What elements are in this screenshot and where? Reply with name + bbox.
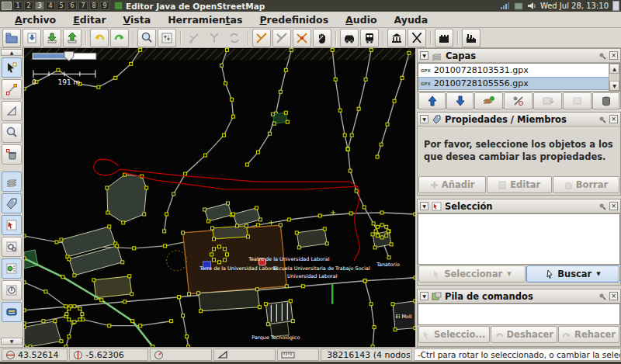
collapse-icon[interactable]: ▼ <box>420 115 428 123</box>
upload-data-icon[interactable] <box>63 29 82 47</box>
restaurant-icon[interactable] <box>408 29 426 47</box>
scroll-down-icon[interactable]: ▼ <box>609 81 619 91</box>
download-data-icon[interactable] <box>43 29 61 47</box>
tool-delete[interactable] <box>2 144 22 165</box>
menu-ayuda[interactable]: Ayuda <box>386 12 437 27</box>
toggle-command-stack[interactable] <box>2 302 22 322</box>
select-button[interactable]: Seleccionar▼ <box>418 265 526 283</box>
junction-orange-icon[interactable] <box>252 29 271 47</box>
network-signal-icon[interactable] <box>500 2 510 10</box>
close-icon[interactable]: × <box>609 202 618 210</box>
workspace-1[interactable]: 1 <box>13 2 23 10</box>
menu-audio[interactable]: Audio <box>337 12 385 27</box>
toggle-properties[interactable] <box>2 237 22 257</box>
delete-layer-button[interactable] <box>592 92 619 109</box>
command-select-button[interactable]: Seleccio... <box>418 326 490 343</box>
selection-list[interactable] <box>418 213 620 265</box>
delete-tag-button[interactable]: Borrar <box>553 176 619 193</box>
statusbar: 43.52614 -5.62306 38216143 (4 nodos) -Ct… <box>0 347 621 362</box>
layer-move-down-button[interactable] <box>446 92 474 109</box>
open-folder-icon[interactable] <box>2 29 21 47</box>
tools-scroll-down[interactable]: ▼ <box>1 338 23 345</box>
tool-draw-node[interactable] <box>2 79 22 99</box>
collapse-icon[interactable]: ▼ <box>420 51 428 60</box>
layer-move-up-button[interactable] <box>418 92 446 109</box>
desktop-panel: 1 2 3 4 5 6 7 8 9 Editor Java de OpenStr… <box>0 0 621 12</box>
add-tag-button[interactable]: Añadir <box>418 176 486 193</box>
toggle-turn-restriction[interactable] <box>2 280 22 300</box>
pin-icon[interactable] <box>598 203 606 210</box>
tool-zoom[interactable] <box>2 123 22 143</box>
junction-gray-icon[interactable] <box>272 29 291 47</box>
toggle-layer-list[interactable] <box>2 172 22 192</box>
workspace-4[interactable]: 4 <box>46 2 55 10</box>
pin-icon[interactable] <box>598 293 606 300</box>
collapse-icon[interactable]: ▼ <box>420 202 428 210</box>
zoom-to-selection-icon[interactable] <box>137 29 156 47</box>
menu-herramientas[interactable]: Herramientas <box>159 12 251 27</box>
junction-warning-icon[interactable] <box>293 29 311 47</box>
cursor-icon <box>545 269 554 279</box>
map-canvas[interactable]: Teatro de la Universidad Laboral Torre d… <box>24 48 415 347</box>
layer-list-scrollbar[interactable]: ▲ ▼ <box>609 64 619 91</box>
toggle-relations[interactable] <box>2 258 22 279</box>
close-icon[interactable]: × <box>609 292 618 300</box>
scroll-up-icon[interactable]: ▲ <box>609 64 619 74</box>
menu-vista[interactable]: Vista <box>115 12 160 27</box>
heading-icon <box>154 350 164 360</box>
clock[interactable]: Wed Jul 28, 13:10 <box>540 2 609 10</box>
car-icon[interactable] <box>340 29 359 47</box>
pin-icon[interactable] <box>598 52 606 60</box>
layer-row[interactable]: GPX 20100728103531.gpx <box>418 64 610 77</box>
menu-archivo[interactable]: Archivo <box>6 12 64 27</box>
unglue-disabled-icon[interactable] <box>205 29 224 47</box>
splice-disabled-icon[interactable] <box>185 29 203 47</box>
volume-icon[interactable] <box>527 2 536 10</box>
toggle-tags[interactable] <box>2 193 22 213</box>
tool-select[interactable] <box>2 57 22 78</box>
menu-predefinidos[interactable]: Predefinidos <box>251 12 337 27</box>
zoom-slider[interactable] <box>33 51 96 61</box>
bus-icon[interactable] <box>360 29 379 47</box>
pin-icon[interactable] <box>598 116 606 123</box>
stop-hand-icon[interactable] <box>313 29 331 47</box>
castle-icon[interactable] <box>435 29 453 47</box>
tools-scroll-up[interactable]: ▲ <box>1 49 23 56</box>
search-button[interactable]: Buscar▼ <box>526 265 619 283</box>
update-disabled-icon[interactable] <box>225 29 244 47</box>
tool-measure[interactable] <box>2 101 22 121</box>
merge-layer-button[interactable] <box>563 92 592 109</box>
workspace-2[interactable]: 2 <box>24 2 33 10</box>
close-icon[interactable]: × <box>609 115 618 123</box>
tray-applet[interactable] <box>612 1 619 11</box>
workspace-7[interactable]: 7 <box>78 2 88 10</box>
undo-button[interactable]: Deshacer <box>491 326 558 343</box>
workspace-3[interactable]: 3 <box>35 2 44 10</box>
redo-button[interactable]: Rehacer <box>558 326 619 343</box>
layer-row-selected[interactable]: GPX 20100728105556.gpx <box>418 77 610 90</box>
latitude-icon <box>5 350 16 360</box>
workspace-5[interactable]: 5 <box>57 2 66 10</box>
collapse-icon[interactable]: ▼ <box>420 292 428 300</box>
undo-icon[interactable] <box>90 29 109 47</box>
applet-icon[interactable] <box>514 2 523 10</box>
command-list[interactable] <box>418 303 620 325</box>
toggle-selection-list[interactable] <box>2 215 22 235</box>
preferences-icon[interactable] <box>158 29 176 47</box>
layer-opacity-button[interactable] <box>504 92 533 109</box>
layer-visibility-button[interactable] <box>474 92 503 109</box>
redo-icon[interactable] <box>110 29 129 47</box>
merge-layer-down-button[interactable] <box>533 92 562 109</box>
save-icon[interactable] <box>23 29 41 47</box>
edit-tag-button[interactable]: Editar <box>487 176 552 193</box>
show-desktop-icon[interactable] <box>2 2 12 10</box>
museum-icon[interactable] <box>387 29 406 47</box>
workspace-9[interactable]: 9 <box>100 2 109 10</box>
menu-editar[interactable]: Editar <box>64 12 114 27</box>
workspace-6[interactable]: 6 <box>68 2 77 10</box>
angle-field <box>213 348 276 361</box>
workspace-8[interactable]: 8 <box>89 2 99 10</box>
close-icon[interactable]: × <box>609 51 618 60</box>
map-label: El Moli <box>395 314 411 320</box>
works-icon[interactable] <box>462 29 480 47</box>
